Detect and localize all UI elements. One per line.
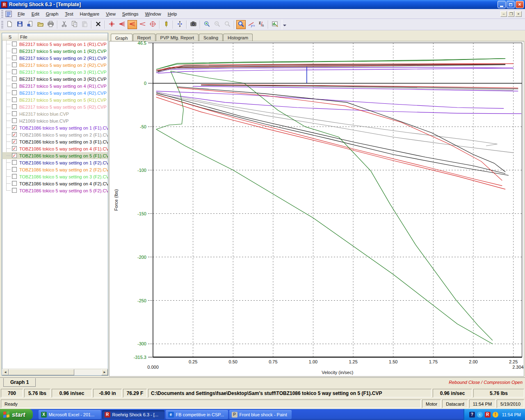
file-list-hscrollbar[interactable]: ◄ ► [2,369,108,375]
file-checkbox[interactable] [12,41,17,46]
file-name[interactable]: BE2317 tokico 5 way setting on 4 (R1).CV… [19,84,107,89]
toolbar-copy-button[interactable] [70,20,79,29]
start-button[interactable]: start [0,409,33,420]
file-row[interactable]: ✓TOBZ1086 tokico 5 way setting on 2 (F1)… [2,131,108,138]
toolbar-travel-gauge-button[interactable] [175,20,185,29]
toolbar-graph-setup-button[interactable] [270,20,280,29]
toolbar-syringe-button[interactable] [162,20,171,29]
toolbar-camera-snapshot-button[interactable] [189,20,198,29]
file-name[interactable]: TOBZ1086 tokico 5 way setting on 5 (F1).… [19,153,108,158]
file-row[interactable]: ✓TOBZ1086 tokico 5 way setting on 4 (F1)… [2,145,108,152]
file-row[interactable]: BE2317 tokico 5 way setting on 2 (R2).CV… [2,62,108,68]
file-checkbox[interactable] [12,83,17,88]
file-name[interactable]: TOBZ1086 tokico 5 way setting on 2 (F1).… [19,132,108,137]
file-name[interactable]: TOBZ1086 tokico 5 way setting on 5 (F2).… [19,188,108,193]
file-row[interactable]: BE2317 tokico 5 way setting on 5 (R2).CV… [2,103,108,110]
menu-test[interactable]: Test [62,10,76,18]
scroll-right-arrow-icon[interactable]: ► [101,369,108,375]
file-row[interactable]: HZ1069 tokico blue.CVP [2,117,108,124]
file-checkbox[interactable] [12,97,17,102]
file-name[interactable]: BE2317 tokico 5 way setting on 2 (R2).CV… [19,63,107,68]
file-row[interactable]: ✓TOBZ1086 tokico 5 way setting on 5 (F1)… [2,152,108,159]
file-row[interactable]: BE2317 tokico 5 way setting on 3 (R1).CV… [2,68,108,75]
column-header-s[interactable]: S [2,33,18,40]
security-shield-icon[interactable]: ! [493,412,498,418]
file-checkbox[interactable] [12,160,17,165]
tab-histogram[interactable]: Histogram [223,34,253,41]
file-name[interactable]: TOBZ1086 tokico 5 way setting on 3 (F1).… [19,139,108,144]
tab-graph-1[interactable]: Graph 1 [3,378,36,387]
file-checkbox[interactable] [12,181,17,186]
scroll-left-arrow-icon[interactable]: ◄ [2,369,9,375]
mdi-close-button[interactable]: × [515,11,522,17]
file-row[interactable]: BE2317 tokico 5 way setting on 5 (R1).CV… [2,96,108,103]
roehrig-tray-icon[interactable]: R [485,412,491,418]
menu-window[interactable]: Window [142,10,164,18]
file-row[interactable]: TOBZ1086 tokico 5 way setting on 4 (F2).… [2,180,108,187]
file-checkbox[interactable] [12,104,17,109]
file-name[interactable]: BE2317 tokico 5 way setting on 5 (R2).CV… [19,105,107,110]
toolbar-export-report-button[interactable] [25,20,35,29]
file-checkbox[interactable] [12,76,17,81]
column-header-file[interactable]: File [18,33,108,40]
menu-graph[interactable]: Graph [43,10,62,18]
file-row[interactable]: TOBZ1086 tokico 5 way setting on 2 (F2).… [2,166,108,173]
toolbar-zoom-in-button[interactable] [202,20,212,29]
taskbar-button-ie[interactable]: eFB competitive in CSP... [166,410,228,419]
file-row[interactable]: ✓TOBZ1086 tokico 5 way setting on 1 (F1)… [2,124,108,131]
mdi-restore-button[interactable]: ❒ [508,11,514,17]
tab-graph[interactable]: Graph [111,34,132,41]
toolbar-cut-button[interactable] [59,20,69,29]
toolbar-curve-fan-3-button[interactable] [128,20,137,29]
file-name[interactable]: TOBZ1086 tokico 5 way setting on 1 (F1).… [19,126,108,130]
file-checkbox[interactable] [12,167,17,172]
taskbar-button-excel[interactable]: XMicrosoft Excel - 201... [39,410,101,419]
file-checkbox[interactable] [12,62,17,67]
file-checkbox[interactable]: ✓ [12,139,17,144]
scrollbar-thumb[interactable] [9,369,74,375]
menu-hardware[interactable]: Hardware [77,10,103,18]
file-row[interactable]: BE2317 tokico 5 way setting on 2 (R1).CV… [2,55,108,62]
file-name[interactable]: HZ1069 tokico blue.CVP [19,119,68,123]
file-row[interactable]: ✓TOBZ1086 tokico 5 way setting on 3 (F1)… [2,138,108,145]
file-checkbox[interactable] [12,90,17,95]
toolbar-axes-crosshair-button[interactable] [107,20,116,29]
chart-area[interactable]: 46.50-50-100-150-200-250-300-315.30.250.… [109,41,524,377]
file-name[interactable]: HE2317 tokico blue.CVP [19,112,69,116]
toolbar-grip[interactable] [1,21,3,28]
taskbar-button-paint[interactable]: PFront blue shock - Paint [229,410,292,419]
file-name[interactable]: TOBZ1086 tokico 5 way setting on 2 (F2).… [19,167,108,172]
file-checkbox[interactable]: ✓ [12,132,17,137]
toolbar-overflow-chevron-icon[interactable] [282,20,287,30]
file-row[interactable]: TOBZ1086 tokico 5 way setting on 3 (F2).… [2,173,108,180]
file-name[interactable]: TOBZ1086 tokico 5 way setting on 1 (F2).… [19,160,108,165]
menu-file[interactable]: File [14,10,28,18]
tab-report[interactable]: Report [133,34,155,41]
minimize-button[interactable] [498,1,506,8]
menu-help[interactable]: Help [164,10,180,18]
file-row[interactable]: HE2317 tokico blue.CVP [2,110,108,117]
file-name[interactable]: TOBZ1086 tokico 5 way setting on 3 (F2).… [19,174,108,179]
menu-edit[interactable]: Edit [28,10,43,18]
file-checkbox[interactable]: ✓ [12,125,17,130]
file-row[interactable]: BE2317 tokico 5 way setting on 3 (R2).CV… [2,75,108,82]
taskbar-button-roehrig[interactable]: RRoehrig Shock 6.3 - [... [102,410,164,419]
file-checkbox[interactable]: ✓ [12,153,17,158]
file-checkbox[interactable] [12,48,17,53]
file-name[interactable]: TOBZ1086 tokico 5 way setting on 4 (F1).… [19,146,108,151]
file-row[interactable]: TOBZ1086 tokico 5 way setting on 5 (F2).… [2,187,108,194]
file-name[interactable]: BE2317 tokico 5 way setting on 5 (R1).CV… [19,98,107,103]
file-checkbox[interactable] [12,174,17,179]
toolbar-open-folder-button[interactable] [36,20,45,29]
file-row[interactable]: TOBZ1086 tokico 5 way setting on 1 (F2).… [2,159,108,166]
tab-scaling[interactable]: Scaling [199,34,223,41]
toolbar-print-button[interactable] [46,20,55,29]
toolbar-circle-crosshair-button[interactable] [148,20,158,29]
file-name[interactable]: BE2317 tokico 5 way setting on 1 (R1).CV… [19,42,107,47]
file-checkbox[interactable] [12,118,17,123]
file-row[interactable]: BE2317 tokico 5 way setting on 1 (R2).CV… [2,48,108,55]
toolbar-curve-fan-5-button[interactable] [117,20,127,29]
menu-settings[interactable]: Settings [119,10,142,18]
toolbar-new-document-button[interactable] [5,20,14,29]
mdi-minimize-button[interactable]: – [500,11,507,17]
